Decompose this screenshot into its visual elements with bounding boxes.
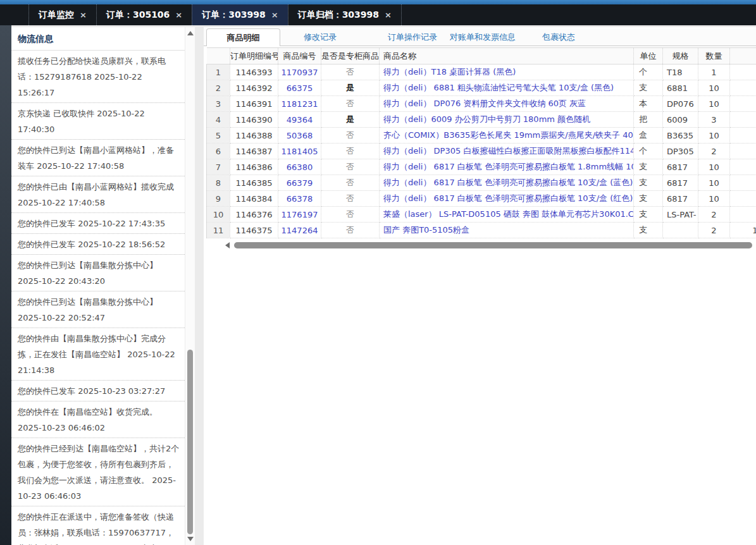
- tab-order-archive-303998[interactable]: 订单归档：303998 ×: [288, 4, 402, 25]
- product-name-link[interactable]: 得力（deli） DP305 白板擦磁性白板擦正面吸附黑板擦白板配件114*51…: [380, 144, 634, 159]
- vertical-scrollbar-thumb[interactable]: [187, 350, 193, 534]
- counter-flag: 否: [321, 191, 380, 207]
- tab-order-305106[interactable]: 订单：305106 ×: [96, 4, 192, 25]
- row-index: 6: [207, 144, 230, 159]
- product-id-link[interactable]: 66379: [278, 175, 321, 191]
- counter-flag: 否: [321, 128, 380, 144]
- tab-modification-records[interactable]: 修改记录: [304, 28, 337, 46]
- product-name-link[interactable]: 得力（deli） 6817 白板笔 色泽明亮可擦易擦白板笔 10支/盒 (蓝色): [380, 175, 634, 191]
- unit: 支: [634, 207, 663, 223]
- row-index: 7: [207, 159, 230, 175]
- qty: 10: [698, 159, 730, 175]
- extra-cell: [730, 191, 756, 207]
- product-name-link[interactable]: 莱盛（laser） LS-PAT-D05105 硒鼓 奔图 鼓体单元有芯片30K…: [380, 207, 634, 223]
- unit: 把: [634, 112, 663, 128]
- table-row[interactable]: 2 1146392 66375 是 得力（deli） 6881 粗头物流油性记号…: [207, 80, 756, 96]
- logistics-message: 您的快件已经到达【南昌临空站】，共计2个包裹，为便于您签收，待所有包裹到齐后，我…: [11, 438, 185, 506]
- unit: 支: [634, 159, 663, 175]
- tab-package-status[interactable]: 包裹状态: [542, 28, 575, 46]
- row-index: 2: [207, 80, 230, 96]
- counter-flag: 否: [321, 207, 380, 223]
- logistics-message-list: 揽收任务已分配给快递员康群兴，联系电话：15279187618 2025-10-…: [11, 51, 185, 545]
- product-name-link[interactable]: 得力（deli） DP076 资料册文件夹文件收纳 60页 灰蓝: [380, 96, 634, 112]
- table-row[interactable]: 9 1146384 66378 否 得力（deli） 6817 白板笔 色泽明亮…: [207, 191, 756, 207]
- logistics-message: 您的快件在【南昌临空站】收货完成。 2025-10-23 06:46:02: [11, 401, 185, 438]
- product-name-link[interactable]: 齐心（COMIX）B3635彩色长尾夹 19mm票据夹/燕尾夹/铁夹子 40只/…: [380, 128, 634, 144]
- product-table: 订单明细编号 商品编号 是否是专柜商品 商品名称 单位 规格 数量 1 1146…: [206, 47, 756, 238]
- table-row[interactable]: 8 1146385 66379 否 得力（deli） 6817 白板笔 色泽明亮…: [207, 175, 756, 191]
- product-table-container: 订单明细编号 商品编号 是否是专柜商品 商品名称 单位 规格 数量 1 1146…: [206, 47, 756, 241]
- close-icon[interactable]: ×: [80, 10, 87, 20]
- product-id-link[interactable]: 1181231: [278, 96, 321, 112]
- unit: 支: [634, 80, 663, 96]
- detail-id: 1146376: [230, 207, 278, 223]
- counter-flag: 否: [321, 159, 380, 175]
- product-id-link[interactable]: 50368: [278, 128, 321, 144]
- spec: B3635: [663, 128, 698, 144]
- product-name-link[interactable]: 得力（deli）6009 办公剪刀中号剪刀 180mm 颜色随机: [380, 112, 634, 128]
- table-row[interactable]: 5 1146388 50368 否 齐心（COMIX）B3635彩色长尾夹 19…: [207, 128, 756, 144]
- product-name-link[interactable]: 得力（deli） 6817 白板笔 色泽明亮可擦易擦白板笔 1.8mm线幅 10…: [380, 159, 634, 175]
- col-header-detail-id: 订单明细编号: [230, 48, 278, 64]
- tab-order-303998[interactable]: 订单：303998 ×: [192, 4, 287, 25]
- spec: 6817: [663, 175, 698, 191]
- close-icon[interactable]: ×: [385, 10, 392, 20]
- col-header-unit: 单位: [634, 48, 663, 64]
- close-icon[interactable]: ×: [175, 10, 182, 20]
- tab-label: 订单：305106: [106, 9, 170, 21]
- close-icon[interactable]: ×: [271, 10, 278, 20]
- table-row[interactable]: 1 1146393 1170937 否 得力（deli）T18 桌面计算器 (黑…: [207, 64, 756, 80]
- detail-tab-strip: 商品明细 修改记录 订单操作记录 对账单和发票信息 包裹状态: [204, 28, 756, 46]
- scroll-left-icon[interactable]: [225, 242, 230, 248]
- qty: 10: [698, 191, 730, 207]
- spec: 6817: [663, 191, 698, 207]
- product-id-link[interactable]: 1176197: [278, 207, 321, 223]
- detail-id: 1146388: [230, 128, 278, 144]
- product-name-link[interactable]: 得力（deli） 6817 白板笔 色泽明亮可擦易擦白板笔 10支/盒 (红色): [380, 191, 634, 207]
- table-row[interactable]: 7 1146386 66380 否 得力（deli） 6817 白板笔 色泽明亮…: [207, 159, 756, 175]
- tab-product-details[interactable]: 商品明细: [206, 28, 280, 46]
- qty: 2: [698, 144, 730, 159]
- logistics-message: 揽收任务已分配给快递员康群兴，联系电话：15279187618 2025-10-…: [11, 51, 185, 103]
- tab-statement-invoice-info[interactable]: 对账单和发票信息: [450, 28, 516, 46]
- row-index: 8: [207, 175, 230, 191]
- tab-order-operation-records[interactable]: 订单操作记录: [388, 28, 437, 46]
- qty: 10: [698, 80, 730, 96]
- logistics-message: 您的快件由【南昌集散分拣中心】完成分拣，正在发往【南昌临空站】 2025-10-…: [11, 328, 185, 381]
- table-row[interactable]: 4 1146390 49364 是 得力（deli）6009 办公剪刀中号剪刀 …: [207, 112, 756, 128]
- product-id-link[interactable]: 1170937: [278, 64, 321, 80]
- horizontal-scrollbar[interactable]: [225, 242, 755, 250]
- extra-cell: 1: [730, 223, 756, 238]
- product-id-link[interactable]: 1181405: [278, 144, 321, 159]
- table-row[interactable]: 3 1146391 1181231 否 得力（deli） DP076 资料册文件…: [207, 96, 756, 112]
- qty: 2: [698, 207, 730, 223]
- tab-label: 订单归档：303998: [298, 9, 379, 21]
- tab-label: 订单：303998: [202, 9, 265, 21]
- detail-id: 1146384: [230, 191, 278, 207]
- row-index: 9: [207, 191, 230, 207]
- product-name-link[interactable]: 得力（deli） 6881 粗头物流油性记号笔大头笔 10支/盒 (黑色): [380, 80, 634, 96]
- product-id-link[interactable]: 1147264: [278, 223, 321, 238]
- table-row[interactable]: 6 1146387 1181405 否 得力（deli） DP305 白板擦磁性…: [207, 144, 756, 159]
- left-dark-rail: [0, 25, 11, 545]
- table-row[interactable]: 10 1146376 1176197 否 莱盛（laser） LS-PAT-D0…: [207, 207, 756, 223]
- logistics-message: 您的快件已发车 2025-10-22 17:43:35: [11, 213, 185, 234]
- product-name-link[interactable]: 国产 奔图T0-5105粉盒: [380, 223, 634, 238]
- spec: [663, 223, 698, 238]
- product-id-link[interactable]: 66380: [278, 159, 321, 175]
- tab-order-monitor[interactable]: 订单监控 ×: [28, 4, 96, 25]
- vertical-scrollbar[interactable]: [185, 27, 195, 545]
- detail-id: 1146386: [230, 159, 278, 175]
- spec: LS-PAT-: [663, 207, 698, 223]
- product-name-link[interactable]: 得力（deli）T18 桌面计算器 (黑色): [380, 64, 634, 80]
- scroll-up-icon[interactable]: [187, 31, 194, 35]
- table-row[interactable]: 11 1146375 1147264 否 国产 奔图T0-5105粉盒 支 2 …: [207, 223, 756, 238]
- product-id-link[interactable]: 66378: [278, 191, 321, 207]
- product-id-link[interactable]: 49364: [278, 112, 321, 128]
- horizontal-scrollbar-thumb[interactable]: [234, 242, 752, 248]
- qty: 10: [698, 175, 730, 191]
- product-id-link[interactable]: 66375: [278, 80, 321, 96]
- detail-id: 1146391: [230, 96, 278, 112]
- row-index: 10: [207, 207, 230, 223]
- scroll-down-icon[interactable]: [187, 537, 194, 541]
